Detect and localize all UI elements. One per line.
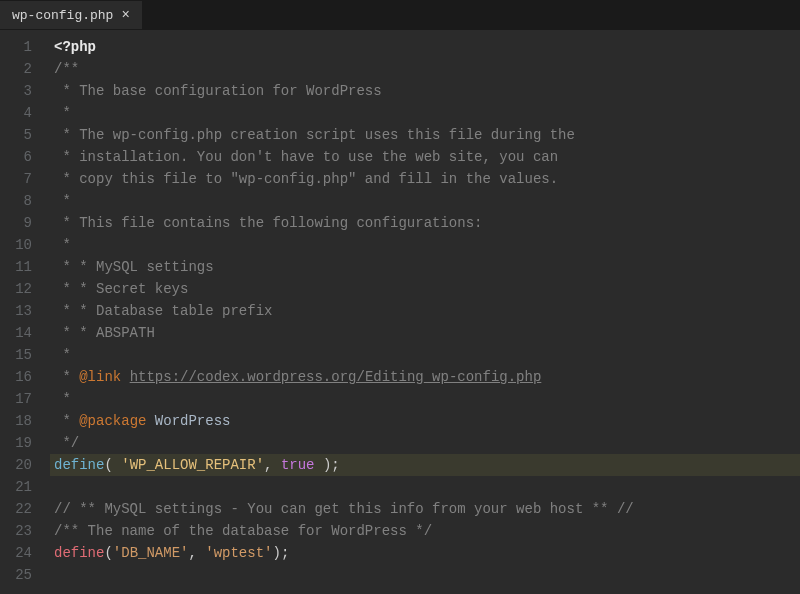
line-number: 3 <box>0 80 32 102</box>
line-number: 15 <box>0 344 32 366</box>
code-line[interactable]: * This file contains the following confi… <box>50 212 800 234</box>
code-line[interactable]: * copy this file to "wp-config.php" and … <box>50 168 800 190</box>
comment-text: * <box>54 237 71 253</box>
code-line[interactable] <box>50 564 800 586</box>
code-line[interactable]: * <box>50 344 800 366</box>
code-line[interactable]: * @package WordPress <box>50 410 800 432</box>
line-number: 22 <box>0 498 32 520</box>
code-line[interactable]: * <box>50 388 800 410</box>
line-number: 8 <box>0 190 32 212</box>
paren-close: ); <box>314 457 339 473</box>
code-line[interactable]: define('DB_NAME', 'wptest'); <box>50 542 800 564</box>
comment-text: * <box>54 193 71 209</box>
comment-text: /** The name of the database for WordPre… <box>54 523 432 539</box>
code-line[interactable]: * The base configuration for WordPress <box>50 80 800 102</box>
string-constant-name: 'WP_ALLOW_REPAIR' <box>121 457 264 473</box>
line-number: 20 <box>0 454 32 476</box>
close-icon[interactable]: × <box>121 7 129 23</box>
line-number: 16 <box>0 366 32 388</box>
tab-bar: wp-config.php × <box>0 0 800 30</box>
line-number-gutter: 1234567891011121314151617181920212223242… <box>0 36 50 594</box>
line-number: 10 <box>0 234 32 256</box>
comment-text: */ <box>54 435 79 451</box>
code-line[interactable]: <?php <box>50 36 800 58</box>
comment-prefix: * <box>54 369 79 385</box>
line-number: 2 <box>0 58 32 80</box>
line-number: 11 <box>0 256 32 278</box>
code-line[interactable]: /** <box>50 58 800 80</box>
comment-text: * The base configuration for WordPress <box>54 83 382 99</box>
paren-close: ); <box>272 545 289 561</box>
code-line[interactable]: */ <box>50 432 800 454</box>
comment-text: * installation. You don't have to use th… <box>54 149 558 165</box>
comment-text: // ** MySQL settings - You can get this … <box>54 501 634 517</box>
comment-text: * * Database table prefix <box>54 303 272 319</box>
boolean-value: true <box>281 457 315 473</box>
code-line[interactable]: * <box>50 102 800 124</box>
package-name: WordPress <box>155 413 231 429</box>
code-line[interactable]: * * Database table prefix <box>50 300 800 322</box>
code-area[interactable]: <?php/** * The base configuration for Wo… <box>50 36 800 594</box>
code-line[interactable]: define( 'WP_ALLOW_REPAIR', true ); <box>50 454 800 476</box>
code-line[interactable]: // ** MySQL settings - You can get this … <box>50 498 800 520</box>
comment-text: * The wp-config.php creation script uses… <box>54 127 575 143</box>
function-define: define <box>54 545 104 561</box>
code-line[interactable]: * The wp-config.php creation script uses… <box>50 124 800 146</box>
comma: , <box>264 457 281 473</box>
doctag-package: @package <box>79 413 146 429</box>
line-number: 13 <box>0 300 32 322</box>
line-number: 14 <box>0 322 32 344</box>
doctag-link: @link <box>79 369 121 385</box>
function-define: define <box>54 457 104 473</box>
code-line[interactable]: /** The name of the database for WordPre… <box>50 520 800 542</box>
code-line[interactable]: * * ABSPATH <box>50 322 800 344</box>
line-number: 1 <box>0 36 32 58</box>
line-number: 25 <box>0 564 32 586</box>
line-number: 24 <box>0 542 32 564</box>
comment-text: * <box>54 391 71 407</box>
line-number: 19 <box>0 432 32 454</box>
paren-open: ( <box>104 545 112 561</box>
comment-text: * copy this file to "wp-config.php" and … <box>54 171 558 187</box>
doc-link-url[interactable]: https://codex.wordpress.org/Editing_wp-c… <box>130 369 542 385</box>
comma: , <box>188 545 205 561</box>
string-value: 'wptest' <box>205 545 272 561</box>
paren-open: ( <box>104 457 121 473</box>
code-line[interactable]: * @link https://codex.wordpress.org/Edit… <box>50 366 800 388</box>
editor[interactable]: 1234567891011121314151617181920212223242… <box>0 30 800 594</box>
comment-text: * * MySQL settings <box>54 259 214 275</box>
code-line[interactable]: * <box>50 190 800 212</box>
comment-text: /** <box>54 61 79 77</box>
line-number: 12 <box>0 278 32 300</box>
line-number: 9 <box>0 212 32 234</box>
php-open-tag: <?php <box>54 39 96 55</box>
line-number: 4 <box>0 102 32 124</box>
comment-text: * * Secret keys <box>54 281 188 297</box>
code-line[interactable]: * installation. You don't have to use th… <box>50 146 800 168</box>
comment-text: * <box>54 105 71 121</box>
line-number: 18 <box>0 410 32 432</box>
code-line[interactable]: * * Secret keys <box>50 278 800 300</box>
tab-wp-config[interactable]: wp-config.php × <box>0 1 142 29</box>
line-number: 17 <box>0 388 32 410</box>
line-number: 6 <box>0 146 32 168</box>
comment-text: * * ABSPATH <box>54 325 155 341</box>
line-number: 23 <box>0 520 32 542</box>
tab-filename: wp-config.php <box>12 8 113 23</box>
line-number: 5 <box>0 124 32 146</box>
comment-text: * This file contains the following confi… <box>54 215 482 231</box>
comment-prefix: * <box>54 413 79 429</box>
code-line[interactable] <box>50 476 800 498</box>
line-number: 7 <box>0 168 32 190</box>
comment-text: * <box>54 347 71 363</box>
line-number: 21 <box>0 476 32 498</box>
code-line[interactable]: * * MySQL settings <box>50 256 800 278</box>
code-line[interactable]: * <box>50 234 800 256</box>
string-constant-name: 'DB_NAME' <box>113 545 189 561</box>
